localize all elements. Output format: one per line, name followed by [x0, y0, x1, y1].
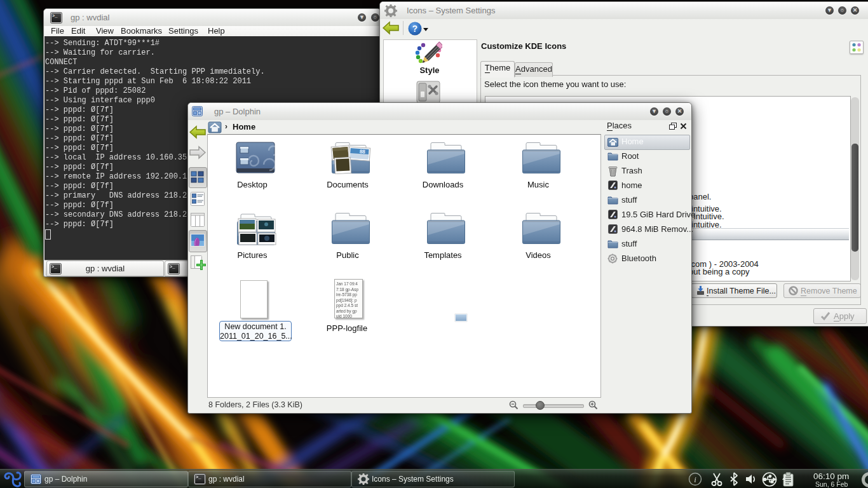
svg-text:i: i	[694, 475, 696, 484]
svg-text:?: ?	[412, 24, 418, 34]
svg-text:88: 88	[360, 149, 366, 155]
